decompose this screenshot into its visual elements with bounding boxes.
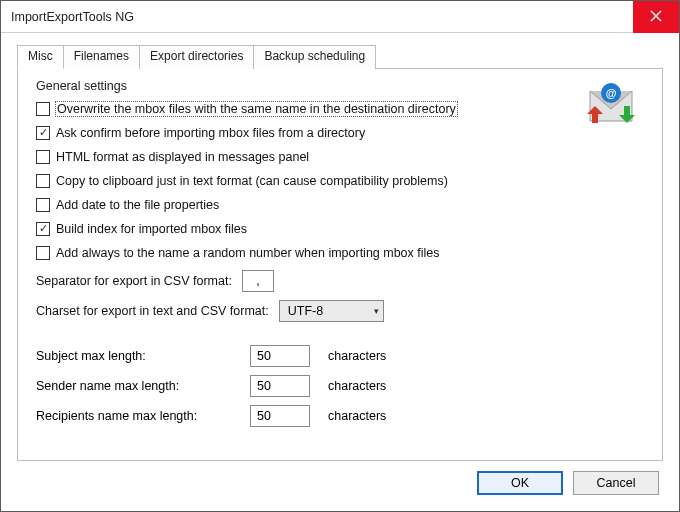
- checkbox[interactable]: [36, 102, 50, 116]
- ok-button[interactable]: OK: [477, 471, 563, 495]
- dialog-window: ImportExportTools NG Misc Filenames Expo…: [0, 0, 680, 512]
- tab-label: Export directories: [150, 49, 243, 63]
- subject-length-row: Subject max length: characters: [36, 341, 648, 371]
- sender-length-suffix: characters: [328, 379, 386, 393]
- length-grid: Subject max length: characters Sender na…: [36, 341, 648, 431]
- tab-label: Filenames: [74, 49, 129, 63]
- recipients-length-suffix: characters: [328, 409, 386, 423]
- cancel-label: Cancel: [597, 476, 636, 490]
- charset-row: Charset for export in text and CSV forma…: [36, 297, 648, 325]
- tabpage-misc: @ General settings Overwrite the mbox fi…: [17, 69, 663, 461]
- checkbox[interactable]: [36, 126, 50, 140]
- tab-filenames[interactable]: Filenames: [63, 45, 140, 69]
- checkbox-label[interactable]: Overwrite the mbox files with the same n…: [56, 102, 457, 116]
- checkbox-label[interactable]: Ask confirm before importing mbox files …: [56, 126, 365, 140]
- cancel-button[interactable]: Cancel: [573, 471, 659, 495]
- recipients-length-input[interactable]: [250, 405, 310, 427]
- sender-length-label: Sender name max length:: [36, 379, 250, 393]
- tab-label: Misc: [28, 49, 53, 63]
- tab-export-directories[interactable]: Export directories: [139, 45, 254, 69]
- checkbox[interactable]: [36, 150, 50, 164]
- check-row: Ask confirm before importing mbox files …: [36, 121, 648, 145]
- chevron-down-icon: ▾: [374, 306, 379, 316]
- subject-length-input[interactable]: [250, 345, 310, 367]
- checkbox-label[interactable]: Add always to the name a random number w…: [56, 246, 440, 260]
- charset-label: Charset for export in text and CSV forma…: [36, 304, 269, 318]
- check-row: Build index for imported mbox files: [36, 217, 648, 241]
- titlebar: ImportExportTools NG: [1, 1, 679, 33]
- tab-misc[interactable]: Misc: [17, 45, 64, 69]
- close-button[interactable]: [633, 1, 679, 33]
- check-row: Add always to the name a random number w…: [36, 241, 648, 265]
- separator-input[interactable]: [242, 270, 274, 292]
- dialog-buttons: OK Cancel: [17, 461, 663, 497]
- sender-length-input[interactable]: [250, 375, 310, 397]
- checkbox[interactable]: [36, 174, 50, 188]
- checkbox-label[interactable]: Build index for imported mbox files: [56, 222, 247, 236]
- check-row: HTML format as displayed in messages pan…: [36, 145, 648, 169]
- ok-label: OK: [511, 476, 529, 490]
- close-icon: [650, 9, 662, 25]
- recipients-length-row: Recipients name max length: characters: [36, 401, 648, 431]
- subject-length-suffix: characters: [328, 349, 386, 363]
- checkbox[interactable]: [36, 222, 50, 236]
- app-icon: @: [584, 79, 638, 132]
- svg-text:@: @: [606, 87, 617, 99]
- subject-length-label: Subject max length:: [36, 349, 250, 363]
- checkbox[interactable]: [36, 198, 50, 212]
- check-row: Add date to the file properties: [36, 193, 648, 217]
- charset-value: UTF-8: [288, 304, 323, 318]
- sender-length-row: Sender name max length: characters: [36, 371, 648, 401]
- separator-label: Separator for export in CSV format:: [36, 274, 232, 288]
- check-row: Overwrite the mbox files with the same n…: [36, 97, 648, 121]
- checkbox-label[interactable]: Copy to clipboard just in text format (c…: [56, 174, 448, 188]
- checkbox-label[interactable]: Add date to the file properties: [56, 198, 219, 212]
- check-row: Copy to clipboard just in text format (c…: [36, 169, 648, 193]
- window-title: ImportExportTools NG: [1, 10, 633, 24]
- checkbox-label[interactable]: HTML format as displayed in messages pan…: [56, 150, 309, 164]
- tab-label: Backup scheduling: [264, 49, 365, 63]
- client-area: Misc Filenames Export directories Backup…: [1, 33, 679, 511]
- recipients-length-label: Recipients name max length:: [36, 409, 250, 423]
- charset-select[interactable]: UTF-8 ▾: [279, 300, 384, 322]
- tabstrip: Misc Filenames Export directories Backup…: [17, 45, 663, 69]
- group-title: General settings: [36, 79, 648, 93]
- separator-row: Separator for export in CSV format:: [36, 267, 648, 295]
- checkbox[interactable]: [36, 246, 50, 260]
- tab-backup-scheduling[interactable]: Backup scheduling: [253, 45, 376, 69]
